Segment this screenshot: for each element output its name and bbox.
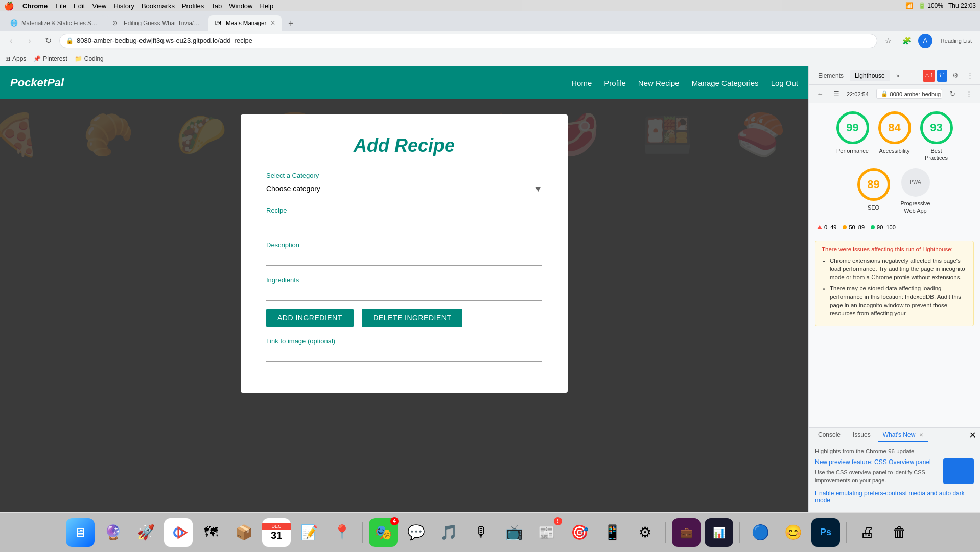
tab-close-3[interactable]: ✕ (270, 19, 275, 27)
dock-stickies[interactable]: 📦 (229, 518, 258, 547)
nav-profile[interactable]: Profile (604, 79, 626, 87)
tab-trivia[interactable]: ⊙ Editing Guess-What-Trivia/RE... (106, 15, 208, 31)
dock-appstore[interactable]: 📱 (598, 518, 626, 547)
dock-tv[interactable]: 📺 (500, 518, 528, 547)
tab-favicon-2: ⊙ (112, 19, 120, 27)
dock-slack[interactable]: 💼 (672, 518, 701, 547)
devtools-errors-badge[interactable]: ⚠ 1 (923, 70, 936, 82)
warning-item-1: Chrome extensions negatively affected th… (830, 257, 967, 281)
warning-icon: ℹ (939, 73, 941, 78)
menu-window[interactable]: Window (229, 2, 252, 10)
profile-button[interactable]: A (918, 34, 932, 48)
bottom-tab-issues[interactable]: Issues (848, 429, 876, 442)
menu-view[interactable]: View (92, 2, 106, 10)
nav-new-recipe[interactable]: New Recipe (638, 79, 680, 87)
menu-file[interactable]: File (56, 2, 66, 10)
menu-tab[interactable]: Tab (211, 2, 222, 10)
nav-home[interactable]: Home (571, 79, 592, 87)
dock-systemprefs[interactable]: ⚙ (631, 518, 659, 547)
ingredients-input[interactable] (266, 286, 542, 301)
menu-bookmarks[interactable]: Bookmarks (142, 2, 175, 10)
dock-finder[interactable]: 🖥 (66, 518, 95, 547)
nav-categories[interactable]: Manage Categories (692, 79, 759, 87)
dock-safari[interactable]: 🔵 (746, 518, 775, 547)
bookmark-coding[interactable]: 📁 Coding (75, 55, 104, 62)
tab-bar: 🌐 Materialize & Static Files Setu... ⊙ E… (0, 11, 980, 31)
dock-maps[interactable]: 🗺 (197, 518, 225, 547)
apple-menu[interactable]: 🍎 (4, 1, 14, 11)
nav-logout[interactable]: Log Out (771, 79, 798, 87)
lh-back-button[interactable]: ← (814, 88, 826, 100)
tab-title-2: Editing Guess-What-Trivia/RE... (124, 20, 202, 26)
whats-new-close[interactable]: ✕ (919, 432, 923, 438)
address-bar[interactable]: 🔒 8080-amber-bedbug-edwjft3q.ws-eu23.git… (59, 34, 877, 48)
bookmark-apps[interactable]: ⊞ Apps (5, 55, 26, 62)
reading-list[interactable]: Reading List (937, 34, 976, 48)
dock-facetime[interactable]: 🎭 4 (369, 518, 398, 547)
lh-list-button[interactable]: ☰ (830, 88, 843, 100)
back-button[interactable]: ‹ (4, 34, 18, 48)
description-group: Description (266, 241, 542, 266)
description-input[interactable] (266, 251, 542, 266)
dock-podcasts[interactable]: 🎙 (467, 518, 496, 547)
reload-button[interactable]: ↻ (41, 34, 55, 48)
lighthouse-panel: ← ☰ 22:02:54 - 🔒 8080-amber-bedbug-bedb.… (809, 85, 980, 427)
tab-title-3: Meals Manager (226, 20, 266, 26)
news-link-1[interactable]: New preview feature: CSS Overview panel (815, 458, 939, 466)
highlights-title: Highlights from the Chrome 96 update (815, 448, 974, 454)
fail-icon (817, 225, 822, 229)
whats-new-content: Highlights from the Chrome 96 update New… (809, 443, 980, 512)
dock-vlc[interactable]: 🎯 (565, 518, 594, 547)
dock-music[interactable]: 🎵 (434, 518, 463, 547)
tab-favicon-1: 🌐 (10, 19, 17, 27)
devtools-settings-button[interactable]: ⚙ (949, 70, 962, 82)
dock-findmy[interactable]: 📍 (328, 518, 356, 547)
bottom-tab-whats-new[interactable]: What's New ✕ (878, 429, 928, 442)
menu-history[interactable]: History (113, 2, 134, 10)
dock-photoshop[interactable]: Ps (811, 518, 840, 547)
coding-label: Coding (84, 55, 104, 62)
lh-more-button[interactable]: ⋮ (963, 88, 975, 100)
app-name[interactable]: Chrome (22, 2, 48, 10)
extensions-button[interactable]: 🧩 (900, 34, 914, 48)
menu-help[interactable]: Help (260, 2, 274, 10)
pwa-label: PWA (909, 179, 921, 185)
devtools-more-tabs[interactable]: » (891, 70, 905, 81)
forward-button[interactable]: › (22, 34, 37, 48)
bottom-tab-console[interactable]: Console (813, 429, 846, 442)
dock-siri[interactable]: 🔮 (99, 518, 127, 547)
category-select[interactable]: Choose category (266, 181, 542, 196)
menu-edit[interactable]: Edit (74, 2, 85, 10)
devtools-close-button[interactable]: ✕ (969, 430, 976, 440)
tab-meals[interactable]: 🍽 Meals Manager ✕ (208, 15, 282, 31)
dock-chrome[interactable] (164, 518, 193, 547)
dock-news[interactable]: 📰 ! (532, 518, 561, 547)
dock-messages[interactable]: 💬 (402, 518, 430, 547)
dock-trash[interactable]: 🗑 (885, 518, 914, 547)
dock-tableflip[interactable]: 📊 (705, 518, 733, 547)
image-input[interactable] (266, 347, 542, 362)
devtools-tab-lighthouse[interactable]: Lighthouse (850, 70, 890, 81)
devtools-more-options[interactable]: ⋮ (964, 70, 976, 82)
performance-value: 99 (846, 121, 858, 134)
bookmark-pinterest[interactable]: 📌 Pinterest (33, 55, 67, 62)
dock-launchpad[interactable]: 🚀 (131, 518, 160, 547)
devtools-tab-elements[interactable]: Elements (813, 70, 849, 81)
delete-ingredient-button[interactable]: DELETE INGREDIENT (362, 309, 462, 327)
new-tab-button[interactable]: + (284, 16, 298, 31)
menu-profiles[interactable]: Profiles (182, 2, 204, 10)
recipe-input[interactable] (266, 216, 542, 231)
best-practices-label: BestPractices (925, 147, 948, 162)
description-label: Description (266, 241, 542, 249)
dock-notes[interactable]: 📝 (295, 518, 323, 547)
dock-calendar[interactable]: DEC 31 (262, 518, 291, 547)
dock-emoji[interactable]: 😊 (779, 518, 807, 547)
tab-materialize[interactable]: 🌐 Materialize & Static Files Setu... (4, 15, 106, 31)
lh-refresh-button[interactable]: ↻ (946, 88, 959, 100)
devtools-warnings-badge[interactable]: ℹ 1 (937, 70, 947, 82)
image-group: Link to image (optional) (266, 337, 542, 362)
add-ingredient-button[interactable]: ADD INGREDIENT (266, 309, 354, 327)
bookmark-star[interactable]: ☆ (881, 34, 896, 48)
news-link-2[interactable]: Enable emulating prefers-contrast media … (815, 490, 974, 504)
dock-printer[interactable]: 🖨 (853, 518, 881, 547)
